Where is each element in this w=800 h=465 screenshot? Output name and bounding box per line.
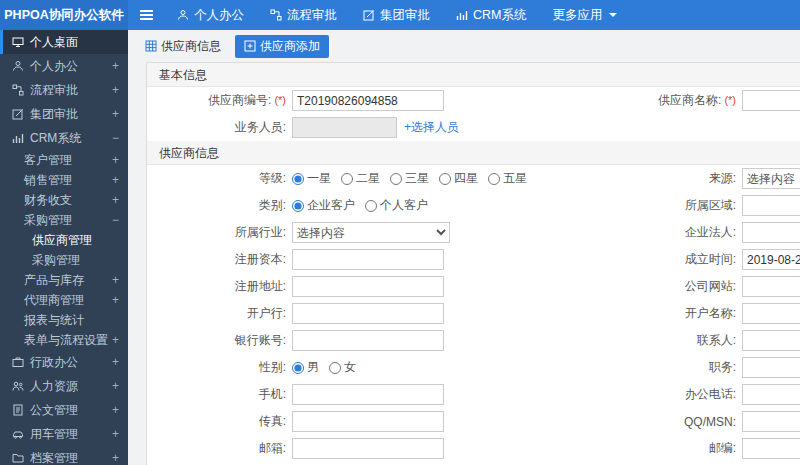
reg-capital-input[interactable] <box>292 249 444 270</box>
folder-icon <box>12 452 24 464</box>
gender-option-male[interactable]: 男 <box>292 359 319 376</box>
sidebar-item-label: 采购管理 <box>24 212 72 229</box>
expand-icon[interactable]: + <box>112 83 119 97</box>
expand-icon[interactable]: + <box>112 107 119 121</box>
nav-process-approval[interactable]: 流程审批 <box>257 0 350 30</box>
form-row-reg-address: 注册地址: 公司网站: <box>147 273 800 300</box>
sidebar-item-label: 财务收支 <box>24 192 72 209</box>
expand-icon[interactable]: + <box>112 153 119 167</box>
category-label: 类别: <box>147 197 292 214</box>
sidebar-item-archive-mgmt[interactable]: 档案管理 + <box>0 446 128 465</box>
expand-icon[interactable]: + <box>112 403 119 417</box>
menu-toggle-icon[interactable] <box>128 0 164 30</box>
sidebar-item-reports-stats[interactable]: 报表与统计 <box>0 310 128 330</box>
sidebar-item-procurement-mgmt[interactable]: 采购管理 − <box>0 210 128 230</box>
expand-icon[interactable]: + <box>112 273 119 287</box>
sidebar-item-admin-office[interactable]: 行政办公 + <box>0 350 128 374</box>
sidebar-item-form-process-settings[interactable]: 表单与流程设置 + <box>0 330 128 350</box>
legal-person-input[interactable] <box>742 222 800 243</box>
nav-group-approval[interactable]: 集团审批 <box>350 0 443 30</box>
chart-icon <box>456 9 468 21</box>
collapse-icon[interactable]: − <box>112 213 119 227</box>
region-input[interactable] <box>742 195 800 216</box>
sidebar-item-product-inventory[interactable]: 产品与库存 + <box>0 270 128 290</box>
collapse-icon[interactable]: − <box>112 131 119 145</box>
gender-option-female[interactable]: 女 <box>329 359 356 376</box>
user-icon <box>12 60 24 72</box>
add-icon <box>244 40 256 52</box>
category-radio[interactable] <box>365 200 377 212</box>
sidebar-item-vehicle-mgmt[interactable]: 用车管理 + <box>0 422 128 446</box>
sidebar-item-hr[interactable]: 人力资源 + <box>0 374 128 398</box>
nav-personal-office[interactable]: 个人办公 <box>164 0 257 30</box>
expand-icon[interactable]: + <box>112 427 119 441</box>
office-phone-input[interactable] <box>742 384 800 405</box>
tab-supplier-add[interactable]: 供应商添加 <box>235 35 329 58</box>
category-option-personal[interactable]: 个人客户 <box>365 197 428 214</box>
grade-option-4star[interactable]: 四星 <box>439 170 478 187</box>
zip-input[interactable] <box>742 438 800 459</box>
category-radio[interactable] <box>292 200 304 212</box>
established-input[interactable] <box>742 249 800 270</box>
sidebar-item-document-mgmt[interactable]: 公文管理 + <box>0 398 128 422</box>
grade-option-2star[interactable]: 二星 <box>341 170 380 187</box>
expand-icon[interactable]: + <box>112 355 119 369</box>
expand-icon[interactable]: + <box>112 173 119 187</box>
position-input[interactable] <box>742 357 800 378</box>
category-option-company[interactable]: 企业客户 <box>292 197 355 214</box>
grade-radio[interactable] <box>292 173 304 185</box>
expand-icon[interactable]: + <box>112 193 119 207</box>
sidebar-item-finance[interactable]: 财务收支 + <box>0 190 128 210</box>
expand-icon[interactable]: + <box>112 379 119 393</box>
email-input[interactable] <box>292 438 444 459</box>
sidebar-item-purchase-mgmt[interactable]: 采购管理 <box>0 250 128 270</box>
website-label: 公司网站: <box>612 278 742 295</box>
industry-select[interactable]: 选择内容 <box>292 222 450 243</box>
supplier-no-input[interactable] <box>292 90 444 111</box>
website-input[interactable] <box>742 276 800 297</box>
expand-icon[interactable]: + <box>112 59 119 73</box>
expand-icon[interactable]: + <box>112 293 119 307</box>
expand-icon[interactable]: + <box>112 333 119 347</box>
gender-radio[interactable] <box>329 362 341 374</box>
sidebar-item-label: 采购管理 <box>32 252 80 269</box>
qq-msn-input[interactable] <box>742 411 800 432</box>
sales-person-input[interactable] <box>292 117 397 138</box>
nav-crm-system[interactable]: CRM系统 <box>443 0 539 30</box>
grade-radio[interactable] <box>390 173 402 185</box>
app-logo: PHPOA协同办公软件 <box>0 0 128 30</box>
mobile-input[interactable] <box>292 384 444 405</box>
grade-option-1star[interactable]: 一星 <box>292 170 331 187</box>
expand-icon[interactable]: + <box>112 451 119 465</box>
tab-supplier-info[interactable]: 供应商信息 <box>136 35 230 58</box>
grade-radio[interactable] <box>439 173 451 185</box>
sidebar-item-sales-mgmt[interactable]: 销售管理 + <box>0 170 128 190</box>
position-label: 职务: <box>612 359 742 376</box>
sidebar-item-process-approval[interactable]: 流程审批 + <box>0 78 128 102</box>
sidebar-item-personal-office[interactable]: 个人办公 + <box>0 54 128 78</box>
account-name-input[interactable] <box>742 303 800 324</box>
sidebar-item-customer-mgmt[interactable]: 客户管理 + <box>0 150 128 170</box>
contact-input[interactable] <box>742 330 800 351</box>
grade-option-3star[interactable]: 三星 <box>390 170 429 187</box>
fax-label: 传真: <box>147 413 292 430</box>
sidebar-item-crm-system[interactable]: CRM系统 − <box>0 126 128 150</box>
grade-option-5star[interactable]: 五星 <box>488 170 527 187</box>
select-person-link[interactable]: +选择人员 <box>404 119 459 136</box>
sidebar-item-personal-desktop[interactable]: 个人桌面 <box>0 30 128 54</box>
grade-radio[interactable] <box>488 173 500 185</box>
bank-input[interactable] <box>292 303 444 324</box>
source-select[interactable]: 选择内容 <box>742 168 800 189</box>
gender-radio[interactable] <box>292 362 304 374</box>
nav-more-apps[interactable]: 更多应用 <box>539 0 630 30</box>
supplier-name-input[interactable] <box>742 90 800 111</box>
sidebar-item-agent-mgmt[interactable]: 代理商管理 + <box>0 290 128 310</box>
grade-radio[interactable] <box>341 173 353 185</box>
bank-account-input[interactable] <box>292 330 444 351</box>
sidebar-item-group-approval[interactable]: 集团审批 + <box>0 102 128 126</box>
fax-input[interactable] <box>292 411 444 432</box>
sidebar-item-supplier-mgmt[interactable]: 供应商管理 <box>0 230 128 250</box>
reg-address-input[interactable] <box>292 276 444 297</box>
zip-label: 邮编: <box>612 440 742 457</box>
document-icon <box>12 404 24 416</box>
